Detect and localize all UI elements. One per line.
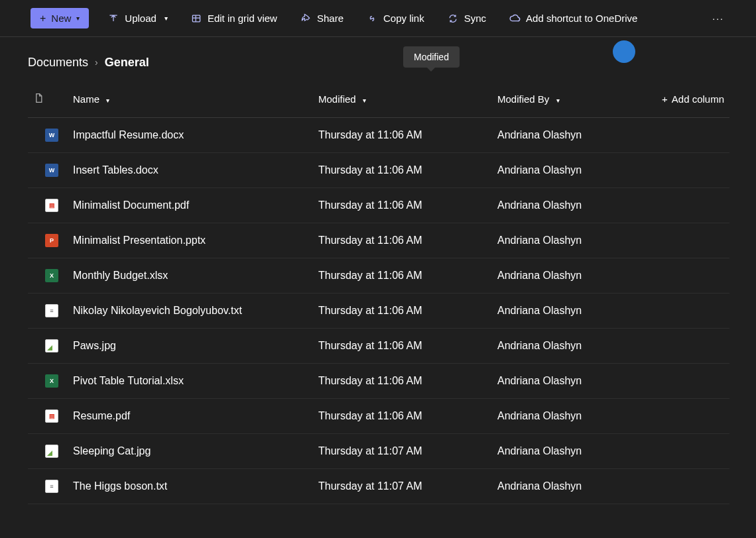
pdf-file-icon: ▤ <box>45 409 58 423</box>
file-name: Minimalist Presentation.pptx <box>68 223 313 258</box>
share-label: Share <box>317 13 344 24</box>
file-modified: Thursday at 11:06 AM <box>313 329 492 364</box>
share-icon <box>300 13 312 25</box>
file-name: Sleeping Cat.jpg <box>68 434 313 469</box>
tooltip-text: Modified <box>414 52 449 62</box>
file-modified-by: Andriana Olashyn <box>492 153 618 188</box>
copy-link-button[interactable]: Copy link <box>359 9 431 28</box>
column-header-modified-by-label: Modified By <box>497 93 549 105</box>
edit-grid-label: Edit in grid view <box>208 13 277 24</box>
table-row[interactable]: XPivot Table Tutorial.xlsxThursday at 11… <box>28 364 729 399</box>
file-name: Insert Tables.docx <box>68 153 313 188</box>
column-header-type[interactable] <box>28 82 68 118</box>
copy-link-label: Copy link <box>383 13 424 24</box>
txt-file-icon: ≡ <box>45 304 58 317</box>
add-shortcut-label: Add shortcut to OneDrive <box>526 13 637 24</box>
table-row[interactable]: WImpactful Resume.docxThursday at 11:06 … <box>28 118 729 153</box>
upload-button[interactable]: Upload ▾ <box>101 9 174 28</box>
file-modified-by: Andriana Olashyn <box>492 364 618 399</box>
chevron-down-icon: ▾ <box>76 15 80 22</box>
file-name: Monthly Budget.xlsx <box>68 258 313 294</box>
sync-label: Sync <box>464 13 486 24</box>
column-tooltip: Modified <box>403 46 460 68</box>
table-row[interactable]: PMinimalist Presentation.pptxThursday at… <box>28 223 729 258</box>
plus-icon: + <box>662 93 668 105</box>
file-name: Nikolay Nikolayevich Bogolyubov.txt <box>68 294 313 329</box>
ellipsis-icon: ··· <box>712 13 724 24</box>
table-row[interactable]: ≡Nikolay Nikolayevich Bogolyubov.txtThur… <box>28 294 729 329</box>
column-header-modified[interactable]: Modified ▾ <box>313 82 492 118</box>
file-modified-by: Andriana Olashyn <box>492 258 618 294</box>
table-row[interactable]: WInsert Tables.docxThursday at 11:06 AMA… <box>28 153 729 188</box>
file-modified-by: Andriana Olashyn <box>492 434 618 469</box>
table-row[interactable]: ▤Minimalist Document.pdfThursday at 11:0… <box>28 188 729 223</box>
file-modified-by: Andriana Olashyn <box>492 118 618 153</box>
sync-icon <box>447 13 459 25</box>
column-header-name[interactable]: Name ▾ <box>68 82 313 118</box>
file-modified: Thursday at 11:06 AM <box>313 364 492 399</box>
excel-file-icon: X <box>45 269 58 282</box>
file-name: Paws.jpg <box>68 329 313 364</box>
file-modified: Thursday at 11:06 AM <box>313 118 492 153</box>
chevron-down-icon: ▾ <box>106 97 109 104</box>
file-name: Minimalist Document.pdf <box>68 188 313 223</box>
water-drop-icon <box>613 40 635 63</box>
ppt-file-icon: P <box>45 234 58 247</box>
file-modified: Thursday at 11:06 AM <box>313 399 492 434</box>
sync-button[interactable]: Sync <box>440 9 493 28</box>
file-modified-by: Andriana Olashyn <box>492 294 618 329</box>
file-name: Resume.pdf <box>68 399 313 434</box>
file-table-wrap: Name ▾ Modified ▾ Modified By ▾ + Add co… <box>0 82 756 504</box>
onedrive-icon <box>509 13 521 25</box>
table-row[interactable]: Paws.jpgThursday at 11:06 AMAndriana Ola… <box>28 329 729 364</box>
new-button-label: New <box>51 13 71 24</box>
new-button[interactable]: + New ▾ <box>31 8 89 28</box>
grid-icon <box>190 13 202 25</box>
file-modified-by: Andriana Olashyn <box>492 223 618 258</box>
link-icon <box>366 13 378 25</box>
column-header-modified-by[interactable]: Modified By ▾ <box>492 82 618 118</box>
txt-file-icon: ≡ <box>45 480 58 493</box>
add-column-label: Add column <box>672 93 724 105</box>
document-icon <box>33 95 44 107</box>
file-name: Impactful Resume.docx <box>68 118 313 153</box>
chevron-down-icon: ▾ <box>556 97 560 104</box>
add-shortcut-button[interactable]: Add shortcut to OneDrive <box>502 9 644 28</box>
more-button[interactable]: ··· <box>707 11 729 27</box>
upload-icon <box>107 13 119 25</box>
column-header-add[interactable]: + Add column <box>618 82 729 118</box>
chevron-down-icon: ▾ <box>363 97 366 104</box>
add-column-button[interactable]: + Add column <box>662 93 724 105</box>
file-modified: Thursday at 11:07 AM <box>313 469 492 504</box>
file-modified: Thursday at 11:06 AM <box>313 153 492 188</box>
img-file-icon <box>45 445 58 458</box>
table-row[interactable]: ≡The Higgs boson.txtThursday at 11:07 AM… <box>28 469 729 504</box>
excel-file-icon: X <box>45 374 58 388</box>
chevron-right-icon: › <box>95 57 98 68</box>
file-modified: Thursday at 11:06 AM <box>313 188 492 223</box>
table-row[interactable]: Sleeping Cat.jpgThursday at 11:07 AMAndr… <box>28 434 729 469</box>
upload-label: Upload <box>125 13 157 24</box>
file-table: Name ▾ Modified ▾ Modified By ▾ + Add co… <box>28 82 729 504</box>
file-name: The Higgs boson.txt <box>68 469 313 504</box>
svg-rect-0 <box>192 15 200 22</box>
file-modified-by: Andriana Olashyn <box>492 469 618 504</box>
breadcrumb-root[interactable]: Documents <box>28 56 88 70</box>
file-modified-by: Andriana Olashyn <box>492 329 618 364</box>
column-header-name-label: Name <box>73 93 99 105</box>
share-button[interactable]: Share <box>293 9 350 28</box>
word-file-icon: W <box>45 129 58 142</box>
file-modified-by: Andriana Olashyn <box>492 188 618 223</box>
table-row[interactable]: ▤Resume.pdfThursday at 11:06 AMAndriana … <box>28 399 729 434</box>
chevron-down-icon: ▾ <box>164 15 168 22</box>
breadcrumb-current: General <box>105 56 149 70</box>
table-row[interactable]: XMonthly Budget.xlsxThursday at 11:06 AM… <box>28 258 729 294</box>
breadcrumb-row: Documents › General Modified <box>0 37 756 82</box>
img-file-icon <box>45 339 58 352</box>
edit-grid-button[interactable]: Edit in grid view <box>184 9 284 28</box>
file-modified: Thursday at 11:06 AM <box>313 258 492 294</box>
file-modified: Thursday at 11:07 AM <box>313 434 492 469</box>
column-header-modified-label: Modified <box>318 93 356 105</box>
plus-icon: + <box>40 13 46 24</box>
file-modified: Thursday at 11:06 AM <box>313 294 492 329</box>
